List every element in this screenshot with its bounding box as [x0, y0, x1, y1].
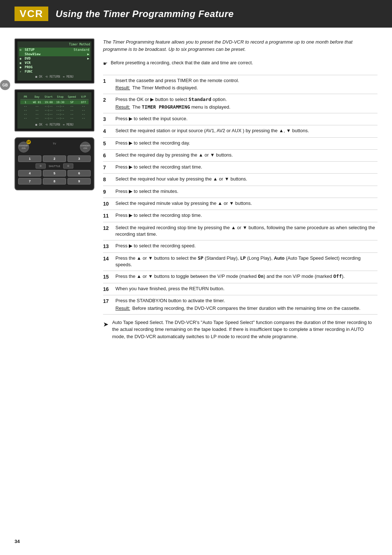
menu-btn-2: ≡ MENU [63, 123, 74, 126]
setup-value: Standard [74, 48, 89, 52]
step-11-text: Press ▶ to select the recording stop tim… [115, 212, 202, 218]
remote-top-buttons: 17 STANDBY/ON TV STANDBY/ON [18, 142, 91, 153]
arrow-icon: ➤ [103, 320, 109, 340]
step-num-6: 6 [103, 152, 111, 159]
step-content-12: Select the required recording stop time … [115, 224, 377, 238]
step-num-2: 2 [103, 96, 111, 104]
step-content-2: Press the OK or ▶ button to select Stand… [115, 96, 377, 111]
step-1-result: Result: The Timer Method is displayed. [115, 85, 377, 92]
step-12: 12 Select the required recording stop ti… [103, 222, 377, 241]
tv-standby-btn: STANDBY/ON [80, 142, 91, 153]
screen-mockup-1: Timer Method ⚙ SETUP Standard ShowView ▶… [15, 39, 94, 84]
step-num-14: 14 [103, 255, 111, 262]
page-number: 34 [15, 539, 20, 544]
screen-inner-1: Timer Method ⚙ SETUP Standard ShowView ▶… [17, 41, 91, 81]
step-6-text: Select the required day by pressing the … [115, 152, 233, 158]
step-content-7: Press ▶ to select the recording start ti… [115, 164, 377, 171]
prog-icon: ● [20, 66, 25, 69]
btn-8: 8 [43, 178, 66, 185]
setup-label: SETUP [25, 48, 74, 52]
steps-container: 1 Insert the cassette and press TIMER on… [103, 75, 377, 315]
step-num-3: 3 [103, 116, 111, 123]
ok-btn-1: ■ OK [36, 75, 42, 78]
table-row-5: -- -- --:-- --:-- -- -- [20, 116, 89, 120]
step-content-16: When you have finished, press the RETURN… [115, 285, 377, 292]
step-content-14: Press the ▲ or ▼ buttons to select the S… [115, 255, 377, 269]
step-17: 17 Press the STANDBY/ON button to activa… [103, 295, 377, 315]
step-num-12: 12 [103, 224, 111, 232]
step-content-9: Press ▶ to select the minutes. [115, 188, 377, 195]
step-num-10: 10 [103, 200, 111, 207]
step-2-text: Press the OK or ▶ button to select Stand… [115, 97, 227, 102]
col-pr: PR [20, 95, 30, 98]
shuttle-btn-left: ⊙ [36, 163, 46, 169]
result-text-2: The TIMER PROGRAMMING menu is displayed. [132, 104, 230, 111]
setup-icon: ⚙ [20, 48, 25, 52]
step-6: 6 Select the required day by pressing th… [103, 150, 377, 162]
step-num-17: 17 [103, 297, 111, 305]
step-15-text: Press the ▲ or ▼ buttons to toggle betwe… [115, 274, 345, 279]
table-row-1: 1 WE 01 19:00 19:30 SP Off [20, 100, 89, 104]
return-btn-1: ⟲ RETURN [45, 75, 60, 78]
col-day: Day [32, 95, 42, 98]
remote-number-grid-2: 4 5 6 7 8 9 [18, 170, 91, 185]
standby-btn: 17 STANDBY/ON [18, 142, 29, 153]
note-icon: ☛ [103, 60, 108, 68]
table-row-3: -- -- --:-- --:-- -- -- [20, 108, 89, 112]
step-17-text: Press the STANDBY/ON button to activate … [115, 298, 225, 303]
step-17-result: Result: Before starting recording, the D… [115, 305, 377, 312]
step-15: 15 Press the ▲ or ▼ buttons to toggle be… [103, 271, 377, 283]
table-row-2: -- -- --:-- --:-- -- -- [20, 104, 89, 108]
step-8: 8 Select the required hour value by pres… [103, 174, 377, 186]
step-10-text: Select the required minute value by pres… [115, 200, 252, 206]
ok-btn-2: ■ OK [36, 123, 42, 126]
tv-label: TV [53, 142, 56, 145]
screen-controls-1: ■ OK ⟲ RETURN ≡ MENU [19, 74, 90, 79]
showview-arrow: ▶ [87, 52, 89, 56]
step-16-text: When you have finished, press the RETURN… [115, 286, 225, 291]
note-text: Before presetting a recording, check tha… [111, 60, 253, 68]
step-num-9: 9 [103, 188, 111, 195]
shuttle-row: ⊙ SHUTTLE ⊙ [18, 163, 91, 169]
step-content-11: Press ▶ to select the recording stop tim… [115, 212, 377, 219]
step-num-1: 1 [103, 77, 111, 85]
right-column: The Timer Programming feature allows you… [103, 39, 377, 344]
col-speed: Speed [67, 95, 77, 98]
result-label-2: Result: [115, 104, 130, 111]
step-1: 1 Insert the cassette and press TIMER on… [103, 75, 377, 94]
step-5-text: Press ▶ to select the recording day. [115, 140, 190, 146]
step-14: 14 Press the ▲ or ▼ buttons to select th… [103, 253, 377, 271]
step-num-13: 13 [103, 243, 111, 250]
step-4-text: Select the required station or input sou… [115, 128, 309, 133]
tv-standby-label: STANDBY/ON [80, 145, 90, 149]
vcr-label-row: VCR [25, 61, 89, 65]
step-content-5: Press ▶ to select the recording day. [115, 140, 377, 147]
timer-table: PR Day Start Stop Speed V/P 1 WE 01 19:0… [19, 94, 90, 122]
table-header: PR Day Start Stop Speed V/P [20, 95, 89, 100]
step-12-text: Select the required recording stop time … [115, 225, 375, 237]
screen-row-func: ⚡ FUNC [19, 69, 90, 74]
gb-badge: GB [0, 80, 10, 90]
screen-row-dvd: ◉ DVD ▶ [19, 56, 90, 61]
step-2: 2 Press the OK or ▶ button to select Sta… [103, 94, 377, 113]
result-label-1: Result: [115, 85, 130, 92]
result-label-17: Result: [115, 305, 130, 312]
screen-title-1: Timer Method [19, 43, 90, 46]
vcr-badge: VCR [15, 7, 48, 21]
step-7-text: Press ▶ to select the recording start ti… [115, 164, 202, 170]
btn-7: 7 [18, 178, 41, 185]
col-start: Start [44, 95, 54, 98]
content-area: Timer Method ⚙ SETUP Standard ShowView ▶… [0, 39, 392, 344]
table-row-4: -- -- --:-- --:-- -- -- [20, 112, 89, 116]
step-4: 4 Select the required station or input s… [103, 125, 377, 137]
btn-3: 3 [68, 155, 91, 162]
step-content-10: Select the required minute value by pres… [115, 200, 377, 207]
step-16: 16 When you have finished, press the RET… [103, 283, 377, 295]
left-column: Timer Method ⚙ SETUP Standard ShowView ▶… [15, 39, 94, 344]
menu-btn-1: ≡ MENU [63, 75, 74, 78]
step-content-1: Insert the cassette and press TIMER on t… [115, 77, 377, 92]
screen-row-prog: ● PROG [19, 65, 90, 69]
screen-row-showview: ShowView ▶ [19, 52, 90, 56]
screen-mockup-2: PR Day Start Stop Speed V/P 1 WE 01 19:0… [15, 89, 94, 131]
screen-row-setup: ⚙ SETUP Standard [19, 48, 90, 52]
